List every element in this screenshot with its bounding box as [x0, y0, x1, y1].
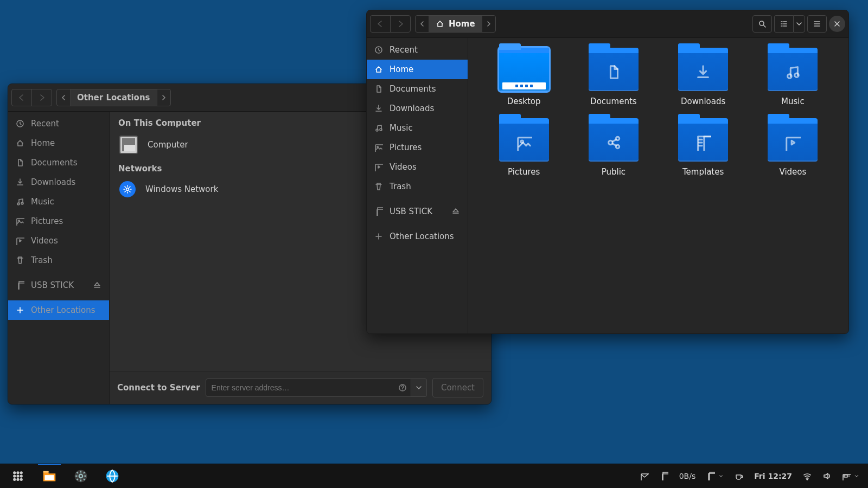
folder-icon — [499, 118, 549, 162]
sidebar-item-pictures[interactable]: Pictures — [8, 211, 109, 231]
path-current[interactable]: Other Locations — [71, 89, 157, 106]
music-icon — [374, 124, 383, 132]
sidebar-item-label: Home — [31, 138, 55, 148]
caffeine-indicator[interactable] — [735, 472, 743, 480]
chevron-left-icon[interactable] — [416, 16, 429, 32]
sidebar-item-trash[interactable]: Trash — [367, 177, 468, 196]
chevron-left-icon[interactable] — [57, 89, 71, 106]
titlebar[interactable]: Home — [367, 10, 848, 38]
settings-launcher[interactable] — [66, 464, 95, 488]
pictures-icon — [374, 143, 383, 152]
sidebar-item-videos[interactable]: Videos — [8, 231, 109, 251]
eject-icon[interactable] — [451, 207, 460, 216]
sidebar-item-downloads[interactable]: Downloads — [367, 99, 468, 118]
windows-network-icon — [119, 181, 136, 197]
forward-button[interactable] — [31, 89, 52, 106]
sidebar-item-label: Videos — [390, 162, 417, 172]
chevron-right-icon[interactable] — [157, 89, 170, 106]
sidebar-item-label: USB STICK — [390, 207, 432, 216]
battery-indicator[interactable] — [842, 472, 859, 480]
back-button[interactable] — [371, 16, 390, 32]
mail-indicator[interactable] — [640, 472, 649, 480]
sidebar-item-music[interactable]: Music — [8, 192, 109, 211]
eject-icon[interactable] — [93, 281, 101, 290]
folder-desktop[interactable]: Desktop — [479, 48, 569, 106]
sidebar-item-documents[interactable]: Documents — [367, 79, 468, 99]
sidebar-item-usb-stick[interactable]: USB STICK — [8, 275, 109, 295]
applications-button[interactable] — [3, 464, 33, 488]
sidebar-item-label: Documents — [390, 84, 436, 94]
folder-label: Pictures — [508, 167, 540, 177]
sidebar-item-other-locations[interactable]: Other Locations — [367, 227, 468, 246]
path-bar[interactable]: Other Locations — [56, 89, 171, 106]
folder-downloads[interactable]: Downloads — [659, 48, 748, 106]
folder-grid[interactable]: DesktopDocumentsDownloadsMusicPicturesPu… — [468, 38, 848, 333]
sidebar-item-pictures[interactable]: Pictures — [367, 138, 468, 157]
server-address-input[interactable] — [206, 383, 394, 392]
hamburger-menu-button[interactable] — [807, 15, 827, 33]
sidebar-item-recent[interactable]: Recent — [8, 114, 109, 133]
folder-videos[interactable]: Videos — [748, 118, 838, 177]
folder-documents[interactable]: Documents — [569, 48, 658, 106]
view-toggle-button[interactable] — [774, 15, 793, 33]
sidebar-item-label: Home — [390, 65, 413, 74]
sidebar-item-home[interactable]: Home — [8, 133, 109, 153]
sidebar-item-recent[interactable]: Recent — [367, 40, 468, 60]
folder-label: Public — [602, 167, 626, 177]
sidebar-item-videos[interactable]: Videos — [367, 157, 468, 177]
folder-label: Music — [781, 97, 805, 106]
network-indicator[interactable] — [803, 472, 812, 480]
back-button[interactable] — [12, 89, 31, 106]
browser-launcher[interactable] — [98, 464, 127, 488]
sidebar-item-other-locations[interactable]: Other Locations — [8, 300, 109, 320]
sidebar-item-label: Downloads — [31, 177, 75, 187]
connect-button[interactable]: Connect — [432, 378, 483, 397]
sidebar-item-label: Trash — [390, 182, 411, 191]
volume-indicator[interactable] — [822, 472, 831, 480]
sidebar-item-music[interactable]: Music — [367, 118, 468, 138]
view-options-dropdown[interactable] — [793, 15, 805, 33]
folder-pictures[interactable]: Pictures — [479, 118, 569, 177]
close-window-button[interactable] — [829, 16, 845, 32]
sidebar-item-label: USB STICK — [31, 280, 74, 290]
sidebar-item-trash[interactable]: Trash — [8, 251, 109, 270]
sidebar: RecentHomeDocumentsDownloadsMusicPicture… — [367, 38, 468, 333]
sidebar-item-home[interactable]: Home — [367, 60, 468, 79]
sidebar-item-label: Other Locations — [390, 232, 454, 241]
sidebar-item-label: Music — [31, 197, 54, 207]
forward-button[interactable] — [390, 16, 410, 32]
server-history-dropdown[interactable] — [411, 378, 427, 397]
sidebar-item-usb-stick[interactable]: USB STICK — [367, 202, 468, 221]
usb-icon — [374, 207, 383, 216]
svg-rect-30 — [45, 475, 54, 480]
search-button[interactable] — [752, 15, 772, 33]
clock[interactable]: Fri 12:27 — [754, 472, 792, 480]
folder-icon — [678, 48, 728, 91]
clipboard-indicator[interactable] — [706, 472, 724, 480]
plus-icon — [16, 306, 24, 314]
folder-public[interactable]: Public — [569, 118, 658, 177]
chevron-right-icon[interactable] — [482, 16, 495, 32]
connect-label: Connect to Server — [117, 383, 200, 393]
folder-label: Videos — [779, 167, 806, 177]
sidebar: RecentHomeDocumentsDownloadsMusicPicture… — [8, 112, 110, 404]
sidebar-item-downloads[interactable]: Downloads — [8, 172, 109, 192]
folder-icon — [678, 118, 728, 162]
pictures-icon — [16, 217, 24, 226]
sidebar-item-documents[interactable]: Documents — [8, 153, 109, 172]
usb-indicator[interactable] — [660, 472, 668, 480]
folder-label: Documents — [590, 97, 637, 106]
clock-icon — [16, 119, 24, 128]
clock-icon — [374, 46, 383, 54]
netspeed-indicator[interactable]: 0B/s — [679, 472, 696, 480]
folder-icon — [768, 118, 818, 162]
file-manager-launcher[interactable] — [35, 464, 64, 488]
path-bar[interactable]: Home — [415, 15, 496, 33]
sidebar-item-label: Other Locations — [31, 305, 95, 315]
folder-music[interactable]: Music — [748, 48, 838, 106]
hard-drive-icon — [119, 136, 138, 154]
folder-templates[interactable]: Templates — [659, 118, 748, 177]
help-icon[interactable] — [394, 383, 411, 392]
path-current[interactable]: Home — [429, 16, 482, 32]
doc-icon — [16, 158, 24, 167]
